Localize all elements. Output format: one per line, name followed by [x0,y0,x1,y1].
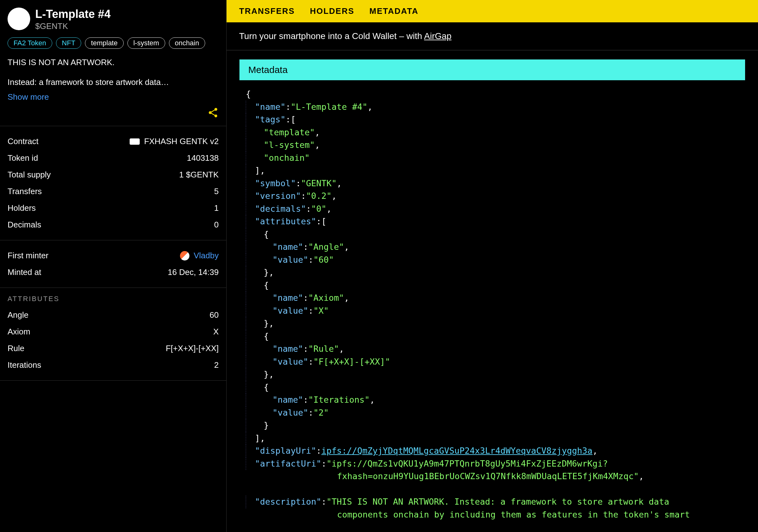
attributes-heading: ATTRIBUTES [8,295,219,307]
minter-avatar [180,251,190,260]
details-section: Contract FXHASH GENTK v2 Token id 140313… [0,126,226,240]
content-area: Metadata { "name":"L-Template #4", "tags… [226,50,758,532]
contract-icon [130,138,140,145]
transfers-label: Transfers [8,186,42,196]
tokenid-label: Token id [8,153,38,163]
minted-at-value: 16 Dec, 14:39 [168,267,219,277]
tag-onchain[interactable]: onchain [169,37,205,49]
contract-value[interactable]: FXHASH GENTK v2 [130,137,219,146]
tab-bar: TRANSFERS HOLDERS METADATA [226,0,758,22]
tokenid-value: 1403138 [187,153,219,163]
attr-value: 60 [210,310,219,320]
tag-nft[interactable]: NFT [56,37,82,49]
description-block: THIS IS NOT AN ARTWORK. Instead: a frame… [0,54,226,103]
attr-label: Axiom [8,327,30,337]
token-avatar [8,8,30,30]
token-title: L-Template #4 [35,8,111,21]
attr-rule-row: Rule F[+X+X]-[+XX] [8,340,219,357]
contract-label: Contract [8,137,38,146]
tab-metadata[interactable]: METADATA [369,6,419,16]
sidebar: L-Template #4 $GENTK FA2 Token NFT templ… [0,0,226,532]
metadata-json[interactable]: { "name":"L-Template #4", "tags":[ "temp… [239,80,745,532]
tags-row: FA2 Token NFT template l-system onchain [0,35,226,54]
title-block: L-Template #4 $GENTK [35,8,111,31]
attr-label: Rule [8,344,24,353]
metadata-panel: Metadata { "name":"L-Template #4", "tags… [239,59,745,532]
share-icon[interactable] [207,107,219,119]
minted-at-label: Minted at [8,267,41,277]
attr-label: Iterations [8,360,41,370]
tab-holders[interactable]: HOLDERS [310,6,354,16]
contract-row: Contract FXHASH GENTK v2 [8,133,219,150]
contract-name: FXHASH GENTK v2 [144,137,219,146]
first-minter-value[interactable]: Vladby [180,251,219,260]
decimals-row: Decimals 0 [8,216,219,233]
minted-at-row: Minted at 16 Dec, 14:39 [8,264,219,281]
promo-bar: Turn your smartphone into a Cold Wallet … [226,22,758,50]
decimals-value: 0 [214,220,219,230]
description-line2: Instead: a framework to store artwork da… [8,76,219,88]
supply-label: Total supply [8,170,51,180]
first-minter-label: First minter [8,251,49,260]
attributes-section: ATTRIBUTES Angle 60 Axiom X Rule F[+X+X]… [0,287,226,381]
transfers-row: Transfers 5 [8,183,219,200]
attr-value: F[+X+X]-[+XX] [166,344,219,353]
promo-text: Turn your smartphone into a Cold Wallet … [239,31,424,41]
tab-transfers[interactable]: TRANSFERS [239,6,295,16]
tokenid-row: Token id 1403138 [8,150,219,166]
attr-iterations-row: Iterations 2 [8,357,219,374]
holders-row: Holders 1 [8,200,219,216]
tag-template[interactable]: template [85,37,123,49]
description-line1: THIS IS NOT AN ARTWORK. [8,56,219,69]
show-more-link[interactable]: Show more [8,91,219,103]
attr-angle-row: Angle 60 [8,307,219,323]
attr-label: Angle [8,310,29,320]
attr-axiom-row: Axiom X [8,323,219,340]
attr-value: 2 [214,360,219,370]
promo-link[interactable]: AirGap [424,31,452,41]
first-minter-row: First minter Vladby [8,247,219,264]
holders-label: Holders [8,203,36,213]
decimals-label: Decimals [8,220,41,230]
token-header: L-Template #4 $GENTK [0,0,226,35]
minter-name: Vladby [194,251,219,260]
main-content: TRANSFERS HOLDERS METADATA Turn your sma… [226,0,758,532]
tag-fa2-token[interactable]: FA2 Token [8,37,52,49]
mint-section: First minter Vladby Minted at 16 Dec, 14… [0,240,226,287]
token-symbol: $GENTK [35,21,111,31]
attr-value: X [213,327,219,337]
tag-l-system[interactable]: l-system [127,37,165,49]
supply-value: 1 $GENTK [179,170,219,180]
holders-value: 1 [214,203,219,213]
supply-row: Total supply 1 $GENTK [8,166,219,183]
share-row [0,103,226,126]
panel-title: Metadata [239,59,745,80]
transfers-value: 5 [214,186,219,196]
